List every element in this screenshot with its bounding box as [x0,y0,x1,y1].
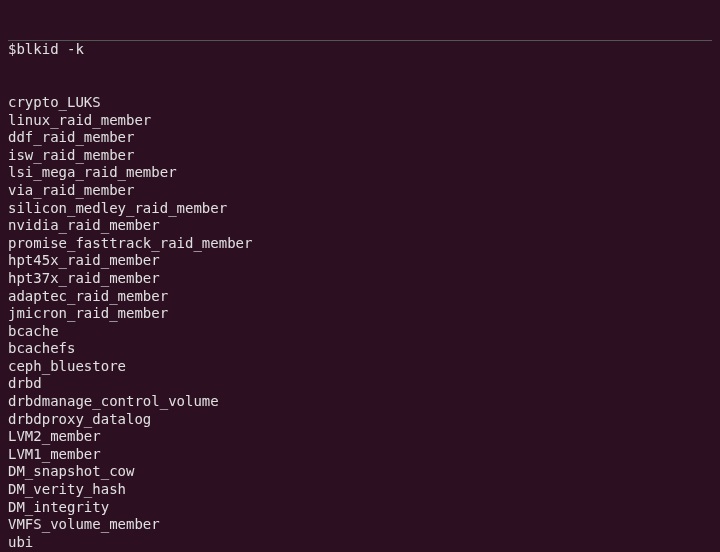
terminal-output[interactable]: $blkid -k crypto_LUKSlinux_raid_memberdd… [8,5,712,552]
output-line: LVM1_member [8,446,712,464]
output-line: LVM2_member [8,428,712,446]
output-line: drbdmanage_control_volume [8,393,712,411]
output-line: ceph_bluestore [8,358,712,376]
output-line: DM_integrity [8,499,712,517]
output-line: hpt37x_raid_member [8,270,712,288]
output-container: crypto_LUKSlinux_raid_memberddf_raid_mem… [8,94,712,552]
output-line: DM_verity_hash [8,481,712,499]
output-line: DM_snapshot_cow [8,463,712,481]
output-line: nvidia_raid_member [8,217,712,235]
output-line: bcachefs [8,340,712,358]
output-line: drbd [8,375,712,393]
output-line: jmicron_raid_member [8,305,712,323]
output-line: ubi [8,534,712,552]
output-line: crypto_LUKS [8,94,712,112]
output-line: VMFS_volume_member [8,516,712,534]
output-line: ddf_raid_member [8,129,712,147]
output-line: adaptec_raid_member [8,288,712,306]
output-line: bcache [8,323,712,341]
output-line: lsi_mega_raid_member [8,164,712,182]
output-line: promise_fasttrack_raid_member [8,235,712,253]
output-line: drbdproxy_datalog [8,411,712,429]
output-line: via_raid_member [8,182,712,200]
output-line: isw_raid_member [8,147,712,165]
command-line: $blkid -k [8,40,712,59]
output-line: linux_raid_member [8,112,712,130]
output-line: hpt45x_raid_member [8,252,712,270]
output-line: silicon_medley_raid_member [8,200,712,218]
